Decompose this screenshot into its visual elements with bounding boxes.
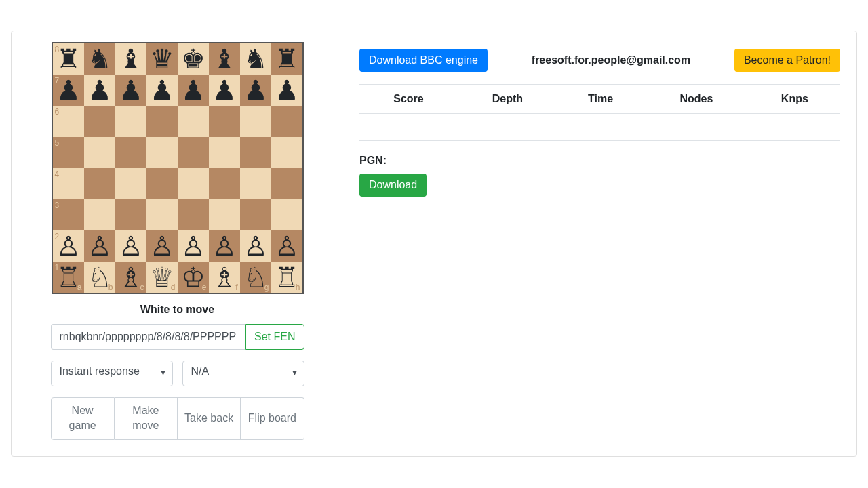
square-f5[interactable] — [209, 137, 240, 168]
piece-P[interactable]: ♙ — [243, 232, 268, 260]
square-b6[interactable] — [84, 106, 115, 137]
piece-b[interactable]: ♝ — [119, 45, 143, 73]
square-g4[interactable] — [240, 168, 271, 199]
piece-P[interactable]: ♙ — [181, 232, 205, 260]
piece-p[interactable]: ♟ — [119, 77, 143, 104]
square-g6[interactable] — [240, 106, 271, 137]
depth-select[interactable]: N/A — [182, 361, 304, 386]
square-g8[interactable]: ♞ — [240, 43, 271, 75]
square-h4[interactable] — [271, 168, 302, 199]
square-d3[interactable] — [146, 199, 178, 230]
square-h6[interactable] — [271, 106, 302, 137]
square-e3[interactable] — [178, 199, 209, 230]
download-pgn-button[interactable]: Download — [359, 174, 427, 197]
square-b3[interactable] — [84, 199, 115, 230]
square-a4[interactable]: 4 — [53, 168, 84, 199]
piece-P[interactable]: ♙ — [150, 232, 174, 260]
piece-P[interactable]: ♙ — [212, 232, 237, 260]
square-c6[interactable] — [115, 106, 146, 137]
square-a3[interactable]: 3 — [53, 199, 84, 230]
square-d7[interactable]: ♟ — [146, 75, 178, 106]
square-c4[interactable] — [115, 168, 146, 199]
square-b2[interactable]: ♙ — [84, 230, 115, 262]
square-g2[interactable]: ♙ — [240, 230, 271, 262]
piece-n[interactable]: ♞ — [87, 45, 112, 73]
square-e5[interactable] — [178, 137, 209, 168]
piece-p[interactable]: ♟ — [56, 77, 81, 104]
square-d2[interactable]: ♙ — [146, 230, 178, 262]
square-a6[interactable]: 6 — [53, 106, 84, 137]
piece-b[interactable]: ♝ — [212, 45, 237, 73]
square-d6[interactable] — [146, 106, 178, 137]
square-g5[interactable] — [240, 137, 271, 168]
square-c5[interactable] — [115, 137, 146, 168]
piece-p[interactable]: ♟ — [243, 77, 268, 104]
square-f4[interactable] — [209, 168, 240, 199]
piece-p[interactable]: ♟ — [87, 77, 112, 104]
download-engine-button[interactable]: Download BBC engine — [359, 49, 488, 72]
square-c7[interactable]: ♟ — [115, 75, 146, 106]
square-f6[interactable] — [209, 106, 240, 137]
square-d1[interactable]: ♕d — [146, 262, 178, 293]
fen-input[interactable] — [51, 324, 246, 350]
piece-r[interactable]: ♜ — [56, 45, 81, 73]
square-g1[interactable]: ♘g — [240, 262, 271, 293]
square-g7[interactable]: ♟ — [240, 75, 271, 106]
square-e6[interactable] — [178, 106, 209, 137]
piece-p[interactable]: ♟ — [150, 77, 174, 104]
square-h1[interactable]: ♖h — [271, 262, 302, 293]
square-b1[interactable]: ♘b — [84, 262, 115, 293]
square-f8[interactable]: ♝ — [209, 43, 240, 75]
square-h3[interactable] — [271, 199, 302, 230]
square-c8[interactable]: ♝ — [115, 43, 146, 75]
square-c1[interactable]: ♗c — [115, 262, 146, 293]
make-move-button[interactable]: Make move — [115, 397, 178, 440]
square-b8[interactable]: ♞ — [84, 43, 115, 75]
square-e4[interactable] — [178, 168, 209, 199]
piece-p[interactable]: ♟ — [181, 77, 205, 104]
square-f2[interactable]: ♙ — [209, 230, 240, 262]
piece-p[interactable]: ♟ — [212, 77, 237, 104]
square-e1[interactable]: ♔e — [178, 262, 209, 293]
piece-P[interactable]: ♙ — [275, 232, 299, 260]
square-a8[interactable]: ♜8 — [53, 43, 84, 75]
piece-B[interactable]: ♗ — [119, 264, 143, 291]
new-game-button[interactable]: New game — [51, 397, 115, 440]
piece-n[interactable]: ♞ — [243, 45, 268, 73]
square-c2[interactable]: ♙ — [115, 230, 146, 262]
time-mode-select[interactable]: Instant response — [51, 361, 173, 386]
square-g3[interactable] — [240, 199, 271, 230]
square-a1[interactable]: ♖1a — [53, 262, 84, 293]
square-e8[interactable]: ♚ — [178, 43, 209, 75]
chess-board[interactable]: ♜8♞♝♛♚♝♞♜♟7♟♟♟♟♟♟♟6543♙2♙♙♙♙♙♙♙♖1a♘b♗c♕d… — [52, 42, 304, 294]
piece-k[interactable]: ♚ — [181, 45, 205, 73]
piece-P[interactable]: ♙ — [87, 232, 112, 260]
square-a5[interactable]: 5 — [53, 137, 84, 168]
square-c3[interactable] — [115, 199, 146, 230]
piece-B[interactable]: ♗ — [212, 264, 237, 291]
piece-p[interactable]: ♟ — [275, 77, 299, 104]
square-h5[interactable] — [271, 137, 302, 168]
square-h8[interactable]: ♜ — [271, 43, 302, 75]
become-patron-button[interactable]: Become a Patron! — [734, 49, 840, 72]
square-d8[interactable]: ♛ — [146, 43, 178, 75]
piece-P[interactable]: ♙ — [56, 232, 81, 260]
square-b5[interactable] — [84, 137, 115, 168]
flip-board-button[interactable]: Flip board — [241, 397, 304, 440]
take-back-button[interactable]: Take back — [178, 397, 241, 440]
piece-q[interactable]: ♛ — [150, 45, 174, 73]
piece-P[interactable]: ♙ — [119, 232, 143, 260]
square-f3[interactable] — [209, 199, 240, 230]
square-e2[interactable]: ♙ — [178, 230, 209, 262]
square-f1[interactable]: ♗f — [209, 262, 240, 293]
square-f7[interactable]: ♟ — [209, 75, 240, 106]
square-b4[interactable] — [84, 168, 115, 199]
square-d4[interactable] — [146, 168, 178, 199]
set-fen-button[interactable]: Set FEN — [245, 324, 304, 350]
square-h7[interactable]: ♟ — [271, 75, 302, 106]
square-d5[interactable] — [146, 137, 178, 168]
square-a7[interactable]: ♟7 — [53, 75, 84, 106]
piece-r[interactable]: ♜ — [275, 45, 299, 73]
square-e7[interactable]: ♟ — [178, 75, 209, 106]
square-b7[interactable]: ♟ — [84, 75, 115, 106]
